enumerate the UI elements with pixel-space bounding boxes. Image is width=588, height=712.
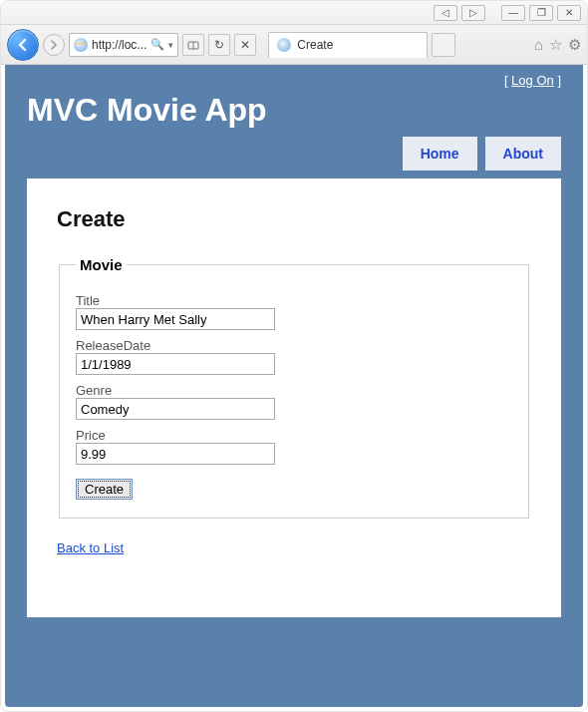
favorites-icon[interactable]: ☆ xyxy=(549,36,562,54)
stop-button[interactable]: ✕ xyxy=(234,34,256,56)
movie-fieldset: Movie Title ReleaseDate Genre Price xyxy=(59,256,529,519)
input-genre[interactable] xyxy=(76,398,275,420)
back-button[interactable] xyxy=(7,29,39,61)
label-genre: Genre xyxy=(76,383,512,398)
input-price[interactable] xyxy=(76,443,275,465)
page-heading: Create xyxy=(57,206,531,232)
titlebar-prev-button[interactable]: ◁ xyxy=(434,5,457,21)
input-releasedate[interactable] xyxy=(76,353,275,375)
page-viewport: [ Log On ] MVC Movie App Home About Crea… xyxy=(5,65,583,707)
titlebar-next-button[interactable]: ▷ xyxy=(461,5,485,21)
input-title[interactable] xyxy=(76,308,275,330)
compat-view-button[interactable] xyxy=(182,34,204,56)
refresh-button[interactable]: ↻ xyxy=(208,34,230,56)
main-nav: Home About xyxy=(5,137,583,178)
create-button[interactable] xyxy=(76,479,133,500)
ie-icon xyxy=(277,38,291,52)
address-bar[interactable]: http://loc... 🔍 ▾ xyxy=(69,33,178,57)
url-text: http://loc... xyxy=(92,38,147,52)
logon-link[interactable]: Log On xyxy=(511,73,554,88)
forward-button[interactable] xyxy=(43,34,65,56)
close-window-button[interactable]: ✕ xyxy=(557,5,581,21)
app-title: MVC Movie App xyxy=(5,88,583,137)
home-icon[interactable]: ⌂ xyxy=(534,36,543,53)
label-title: Title xyxy=(76,293,512,308)
restore-button[interactable]: ❐ xyxy=(529,5,553,21)
browser-toolbar: http://loc... 🔍 ▾ ↻ ✕ Create ⌂ ☆ ⚙ xyxy=(1,25,587,65)
main-content: Create Movie Title ReleaseDate Genre Pri… xyxy=(27,178,561,617)
back-to-list-link[interactable]: Back to List xyxy=(57,540,124,555)
label-releasedate: ReleaseDate xyxy=(76,338,512,353)
search-icon: 🔍 xyxy=(150,38,164,51)
new-tab-button[interactable] xyxy=(432,33,455,57)
tools-icon[interactable]: ⚙ xyxy=(568,36,581,54)
label-price: Price xyxy=(76,428,512,443)
tab-strip: Create xyxy=(268,31,455,59)
window-titlebar: ◁ ▷ — ❐ ✕ xyxy=(1,1,587,25)
tab-title: Create xyxy=(297,38,333,52)
minimize-button[interactable]: — xyxy=(501,5,525,21)
nav-about[interactable]: About xyxy=(485,137,561,171)
tab-create[interactable]: Create xyxy=(268,32,428,58)
logon-area: [ Log On ] xyxy=(5,65,583,88)
fieldset-legend: Movie xyxy=(76,256,127,273)
nav-home[interactable]: Home xyxy=(403,137,477,171)
dropdown-icon[interactable]: ▾ xyxy=(168,40,173,50)
ie-icon xyxy=(74,38,88,52)
